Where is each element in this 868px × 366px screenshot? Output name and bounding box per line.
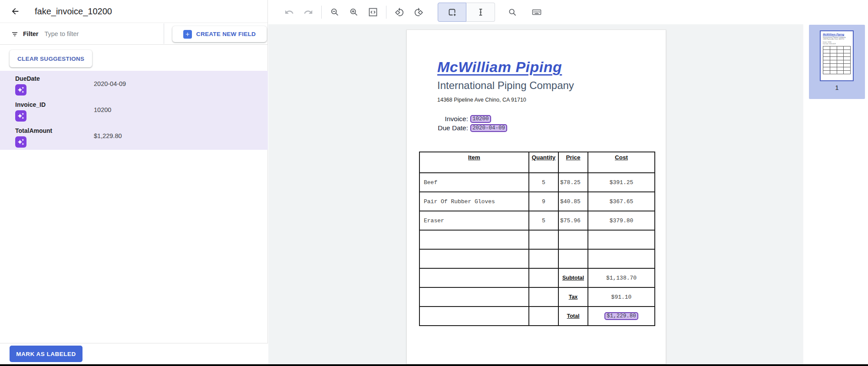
- filter-label: Filter: [23, 30, 38, 37]
- cell-price: $75.96: [558, 211, 588, 230]
- text-select-icon: [476, 7, 485, 17]
- suggestion-field: DueDate: [0, 71, 94, 97]
- mini-company-address: 14368 Pipeline Ave Chino, CA 91710: [823, 38, 851, 40]
- cell-empty: [529, 287, 558, 307]
- total-label: Total: [558, 307, 588, 326]
- subtotal-row: Subtotal $1,138.70: [419, 268, 655, 287]
- cell-empty: [529, 268, 558, 287]
- tax-label: Tax: [558, 287, 588, 307]
- page-number: 1: [809, 84, 865, 91]
- company-subtitle: International Piping Company: [437, 79, 574, 92]
- invoice-meta: Invoice: 10200 Due Date: 2020-04-09: [424, 115, 507, 132]
- create-new-field-button[interactable]: CREATE NEW FIELD: [172, 26, 267, 42]
- cell-cost: $367.65: [588, 192, 655, 211]
- suggestion-field: TotalAmount: [0, 123, 94, 149]
- zoom-out-icon: [330, 7, 340, 17]
- invoice-id-annotation[interactable]: 10200: [470, 115, 491, 123]
- mark-as-labeled-button[interactable]: MARK AS LABELED: [10, 346, 83, 362]
- mini-invoice-meta: Invoice: 10200 Due Date: 2020-04-09: [823, 41, 851, 45]
- clear-suggestions-button[interactable]: CLEAR SUGGESTIONS: [10, 50, 92, 67]
- page-1-thumbnail[interactable]: McWilliam Piping International Piping Co…: [820, 30, 854, 81]
- field-name: DueDate: [15, 75, 94, 82]
- due-date-label: Due Date:: [424, 124, 470, 132]
- text-select-tool-button[interactable]: [466, 3, 495, 22]
- search-button[interactable]: [503, 3, 522, 22]
- cell-cost: [588, 230, 655, 249]
- window-bottom-edge: [0, 364, 868, 366]
- box-annotate-icon: [447, 7, 457, 17]
- box-annotate-tool-button[interactable]: [438, 3, 466, 22]
- cell-empty: [419, 307, 529, 326]
- undo-icon: [284, 7, 294, 17]
- filter-divider: [164, 23, 164, 44]
- table-row: Pair Of Rubber Gloves 9 $40.85 $367.65: [419, 192, 655, 211]
- shortcuts-button[interactable]: [527, 3, 546, 22]
- rotate-left-button[interactable]: [390, 3, 409, 22]
- zoom-out-button[interactable]: [325, 3, 344, 22]
- zoom-in-button[interactable]: [344, 3, 363, 22]
- document-title: fake_invoice_10200: [35, 7, 112, 16]
- cell-item: Pair Of Rubber Gloves: [419, 192, 529, 211]
- filter-input[interactable]: [44, 30, 135, 37]
- cell-price: [558, 230, 588, 249]
- sidebar-footer: MARK AS LABELED: [0, 343, 268, 364]
- field-value: 2020-04-09: [94, 71, 268, 97]
- cell-item: Eraser: [419, 211, 529, 230]
- app-window: fake_invoice_10200 Filter CREATE NEW FIE…: [0, 0, 868, 366]
- suggestion-row-duedate[interactable]: DueDate 2020-04-09: [0, 71, 268, 97]
- mini-invoice-table: [823, 46, 851, 74]
- table-header-row: Item Quantity Price Cost: [419, 152, 655, 173]
- search-icon: [508, 7, 517, 17]
- company-address: 14368 Pipeline Ave Chino, CA 91710: [437, 97, 526, 103]
- invoice-page: McWilliam Piping International Piping Co…: [406, 30, 666, 364]
- auto-awesome-sparkle-icon: [15, 84, 26, 96]
- cell-price: $40.85: [558, 192, 588, 211]
- mini-company-name: McWilliam Piping: [823, 33, 851, 36]
- suggestion-row-invoice-id[interactable]: Invoice_ID 10200: [0, 97, 268, 123]
- tax-row: Tax $91.10: [419, 287, 655, 307]
- suggestions-list: DueDate 2020-04-09 Invoice_ID 10200: [0, 71, 268, 150]
- table-row: Beef 5 $78.25 $391.25: [419, 173, 655, 192]
- cell-price: $78.25: [558, 173, 588, 192]
- cell-cost: [588, 249, 655, 268]
- redo-icon: [304, 7, 313, 17]
- cell-quantity: [529, 230, 558, 249]
- undo-button[interactable]: [280, 3, 299, 22]
- table-row: Eraser 5 $75.96 $379.80: [419, 211, 655, 230]
- redo-button[interactable]: [299, 3, 318, 22]
- company-name: McWilliam Piping: [437, 59, 562, 76]
- col-header-price: Price: [558, 152, 588, 173]
- field-value: $1,229.80: [94, 123, 268, 149]
- total-amount-annotation[interactable]: $1,229.80: [604, 312, 638, 320]
- fit-to-width-button[interactable]: [363, 3, 383, 22]
- filter-bar: Filter CREATE NEW FIELD: [0, 23, 267, 45]
- back-button[interactable]: [7, 3, 24, 20]
- tax-value: $91.10: [588, 287, 655, 307]
- cell-quantity: 9: [529, 192, 558, 211]
- due-date-annotation[interactable]: 2020-04-09: [470, 124, 507, 132]
- cell-cost: $379.80: [588, 211, 655, 230]
- sidebar-header: fake_invoice_10200: [0, 0, 267, 23]
- invoice-number-row: Invoice: 10200: [424, 115, 507, 123]
- auto-awesome-sparkle-icon: [15, 110, 26, 122]
- arrow-back-icon: [10, 7, 20, 16]
- invoice-line-items-table: Item Quantity Price Cost Beef 5 $78.25 $…: [419, 152, 655, 326]
- subtotal-value: $1,138.70: [588, 268, 655, 287]
- total-value-cell: $1,229.80: [588, 307, 655, 326]
- field-name: TotalAmount: [15, 127, 94, 134]
- table-row-empty: [419, 230, 655, 249]
- due-date-row: Due Date: 2020-04-09: [424, 124, 507, 132]
- suggestion-row-totalamount[interactable]: TotalAmount $1,229.80: [0, 123, 268, 149]
- cell-quantity: 5: [529, 173, 558, 192]
- filter-list-icon: [11, 30, 19, 38]
- rotate-right-button[interactable]: [409, 3, 428, 22]
- suggestion-field: Invoice_ID: [0, 97, 94, 123]
- page-thumbnail-strip: McWilliam Piping International Piping Co…: [803, 24, 868, 364]
- invoice-label: Invoice:: [424, 115, 470, 123]
- document-canvas[interactable]: McWilliam Piping International Piping Co…: [268, 24, 803, 364]
- cell-quantity: 5: [529, 211, 558, 230]
- cell-quantity: [529, 249, 558, 268]
- table-row-empty: [419, 249, 655, 268]
- annotation-tool-switcher: [438, 3, 495, 22]
- create-new-field-label: CREATE NEW FIELD: [196, 31, 256, 37]
